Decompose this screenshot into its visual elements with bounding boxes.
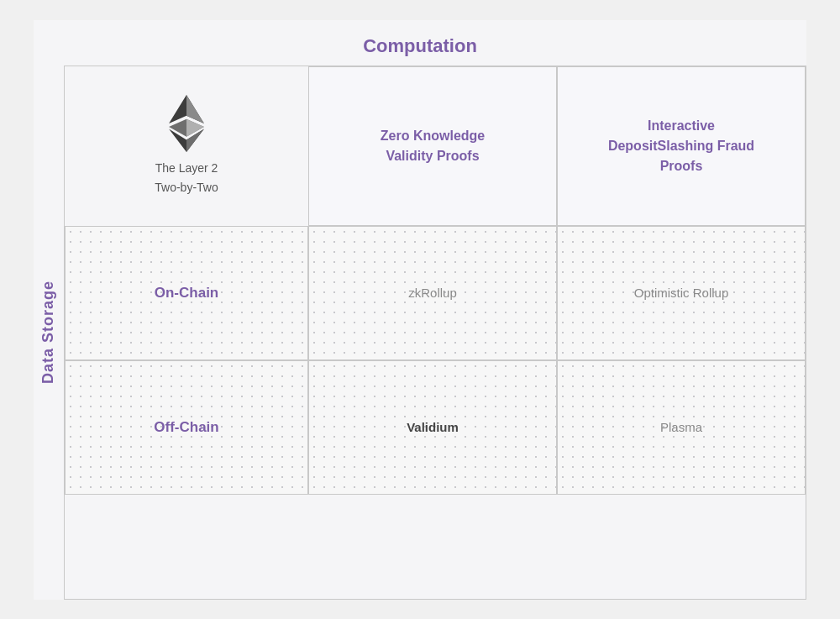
zkrollup-cell: zkRollup — [308, 226, 557, 360]
validium-cell: Validium — [308, 360, 557, 495]
logo-title: The Layer 2 Two-by-Two — [155, 159, 218, 197]
offchain-cell: Off-Chain — [65, 360, 308, 495]
zk-header-cell: Zero Knowledge Validity Proofs — [308, 66, 557, 226]
main-area: Data Storage The Layer 2 Two-by-Two — [34, 66, 806, 600]
optimistic-label: Optimistic Rollup — [634, 286, 729, 300]
zk-header-text: Zero Knowledge Validity Proofs — [381, 126, 485, 166]
computation-label: Computation — [34, 20, 806, 66]
onchain-label: On-Chain — [155, 285, 219, 302]
zkrollup-label: zkRollup — [408, 286, 457, 300]
interactive-header-cell: Interactive DepositSlashing Fraud Proofs — [557, 66, 806, 226]
svg-marker-3 — [186, 95, 204, 123]
interactive-header-text: Interactive DepositSlashing Fraud Proofs — [608, 116, 754, 176]
data-storage-label-wrapper: Data Storage — [34, 66, 64, 600]
chart-wrapper: Computation Data Storage The Layer 2 T — [34, 20, 806, 600]
plasma-cell: Plasma — [557, 360, 806, 495]
matrix-grid: The Layer 2 Two-by-Two Zero Knowledge Va… — [64, 66, 806, 600]
logo-cell: The Layer 2 Two-by-Two — [65, 66, 308, 226]
offchain-label: Off-Chain — [154, 419, 218, 436]
data-storage-label: Data Storage — [40, 281, 58, 384]
optimistic-cell: Optimistic Rollup — [557, 226, 806, 360]
ethereum-logo — [168, 95, 205, 152]
plasma-label: Plasma — [660, 420, 702, 434]
validium-label: Validium — [407, 420, 459, 434]
onchain-cell: On-Chain — [65, 226, 308, 360]
